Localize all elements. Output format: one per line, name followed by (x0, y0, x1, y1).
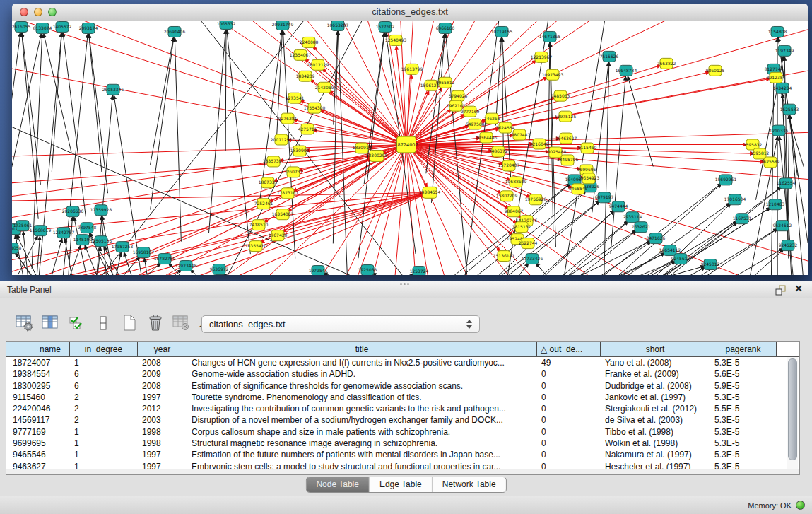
network-node[interactable]: 9474444 (609, 201, 628, 212)
table-selector-dropdown[interactable]: citations_edges.txt (201, 315, 480, 333)
network-node[interactable]: 746266 (484, 113, 500, 124)
network-node[interactable]: 2240088 (300, 37, 319, 47)
network-node[interactable]: 1145190 (73, 235, 93, 245)
network-node[interactable]: 3260731 (284, 167, 303, 177)
network-node[interactable]: 9245232 (779, 240, 798, 251)
network-node[interactable]: 17554300 (304, 103, 326, 113)
network-node[interactable]: 16012129 (307, 59, 329, 70)
network-node[interactable]: 1527602 (376, 21, 395, 32)
table-row[interactable]: 977716911998Corpus callosum shape and si… (6, 426, 799, 438)
network-node[interactable]: 19384554 (419, 187, 441, 198)
window-titlebar[interactable]: citations_edges.txt (12, 4, 808, 21)
table-row[interactable]: 1456911722003Disruption of a novel membe… (6, 414, 799, 426)
network-node[interactable]: 7485063 (551, 90, 570, 101)
network-node[interactable]: 7663822 (657, 58, 676, 69)
column-header-title[interactable]: title (187, 342, 537, 356)
network-node[interactable]: 20206536 (62, 206, 84, 217)
network-node[interactable]: 2093174 (79, 23, 98, 33)
network-node[interactable]: 6879197 (595, 192, 614, 203)
column-header-in_degree[interactable]: in_degree (70, 342, 138, 356)
network-node[interactable]: 12975125 (555, 111, 577, 122)
network-node[interactable]: 10653287 (327, 21, 349, 30)
import-table-button[interactable] (171, 313, 192, 332)
column-header-name[interactable]: name (6, 342, 70, 356)
network-node[interactable]: 9777169 (461, 106, 480, 117)
network-node[interactable]: 1065332 (217, 21, 236, 29)
scrollbar-thumb[interactable] (788, 358, 797, 460)
network-node[interactable]: 1210335 (770, 125, 789, 136)
network-node[interactable]: 1533058 (12, 243, 22, 254)
network-node[interactable]: 1767420 (269, 230, 288, 241)
network-node[interactable]: 15692961 (715, 175, 737, 185)
network-node[interactable]: 1253724 (410, 267, 429, 275)
network-node[interactable]: 16354067 (272, 209, 294, 220)
network-node[interactable]: 20691406 (164, 26, 186, 37)
network-node[interactable]: 12505135 (90, 236, 112, 247)
network-node[interactable]: 1834209 (296, 71, 315, 81)
network-node[interactable]: 6966160 (436, 23, 455, 33)
table-settings-button[interactable] (14, 313, 35, 332)
network-node[interactable]: 11568619 (30, 226, 52, 236)
select-rows-button[interactable] (66, 313, 87, 332)
tab-edge-table[interactable]: Edge Table (369, 477, 432, 492)
network-node[interactable]: 7632621 (632, 222, 651, 233)
close-window-button[interactable] (20, 8, 28, 16)
table-row[interactable]: 1872400712008Changes of HCN gene express… (6, 357, 799, 368)
network-node[interactable]: 16958107 (133, 247, 155, 258)
network-node[interactable]: 10719155 (491, 26, 513, 37)
network-node[interactable]: 1210463 (766, 199, 785, 210)
network-node[interactable]: 7486372 (489, 146, 508, 157)
network-node[interactable]: 1434234 (773, 83, 792, 93)
vertical-scrollbar[interactable] (787, 357, 798, 469)
table-row[interactable]: 1830029562008Estimation of significance … (6, 380, 799, 392)
network-node[interactable]: 1625589 (761, 157, 780, 168)
network-node[interactable]: 9884067 (505, 206, 524, 217)
panel-resize-handle[interactable] (398, 282, 411, 286)
network-node[interactable]: 9860125 (706, 65, 725, 76)
network-node[interactable]: 26053346 (102, 84, 124, 95)
minimize-window-button[interactable] (34, 8, 42, 16)
zoom-window-button[interactable] (48, 8, 57, 16)
tab-node-table[interactable]: Node Table (306, 477, 369, 492)
network-node[interactable]: 12213967 (531, 52, 553, 62)
float-panel-icon[interactable] (775, 285, 787, 298)
network-node[interactable]: 19756928 (525, 194, 547, 205)
network-node[interactable]: 17016504 (724, 194, 746, 205)
network-node[interactable]: 12923448 (175, 261, 197, 271)
network-node[interactable]: 1197349 (775, 45, 794, 56)
network-node[interactable]: 2616055 (12, 21, 31, 32)
network-node[interactable]: 9955812 (436, 77, 455, 88)
network-node[interactable]: 1273541 (286, 93, 305, 103)
network-node[interactable]: 9636972 (210, 264, 229, 275)
network-node[interactable]: 1167531 (733, 214, 752, 224)
column-header-out_degree[interactable]: △ out_de... (537, 342, 601, 356)
horizontal-scrollbar[interactable] (6, 469, 799, 474)
table-row[interactable]: 2242004622012Investigating the contribut… (6, 403, 799, 414)
column-header-year[interactable]: year (138, 342, 187, 356)
delete-table-button[interactable] (145, 313, 165, 332)
network-node[interactable]: 18724007 (394, 136, 418, 153)
table-row[interactable]: 911546021997Tourette syndrome. Phenomeno… (6, 392, 799, 403)
network-node[interactable]: 1925033 (358, 265, 377, 275)
table-row[interactable]: 969969511998Structural magnetic resonanc… (6, 438, 799, 449)
show-columns-button[interactable] (40, 313, 61, 332)
column-header-pagerank[interactable]: pagerank (710, 342, 777, 356)
network-node[interactable]: 9276281 (278, 113, 298, 124)
row-height-button[interactable] (93, 313, 113, 332)
column-header-short[interactable]: short (601, 342, 710, 356)
network-node[interactable]: 20931749 (272, 21, 294, 30)
network-node[interactable]: 1162554 (777, 178, 796, 189)
network-node[interactable]: 9245012 (701, 259, 720, 270)
network-view[interactable]: 2616055813307414055722093174206914061065… (12, 21, 808, 275)
network-node[interactable]: 8912354 (767, 72, 786, 83)
close-panel-icon[interactable]: ✕ (794, 283, 803, 294)
network-node[interactable]: 8133074 (33, 23, 52, 33)
network-node[interactable]: 17359928 (90, 205, 112, 216)
network-node[interactable]: 1405572 (53, 21, 72, 32)
network-node[interactable]: 4275711 (298, 124, 317, 134)
table-row[interactable]: 1938455462009Genome-wide association stu… (6, 368, 799, 380)
network-node[interactable]: 1154808 (768, 26, 787, 37)
tab-network-table[interactable]: Network Table (432, 477, 506, 492)
network-node[interactable]: 1625583 (780, 104, 799, 115)
network-node[interactable]: 19463627 (555, 133, 577, 144)
